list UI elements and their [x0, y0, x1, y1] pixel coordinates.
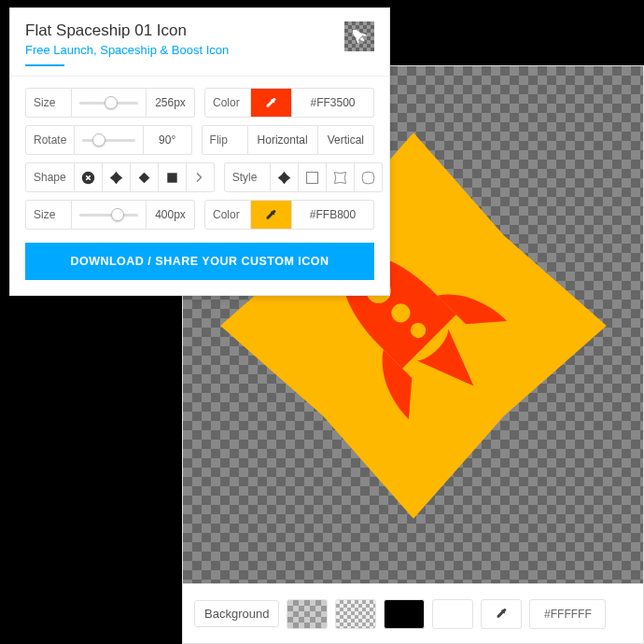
shape-size-value[interactable]: 400px	[147, 200, 195, 230]
icon-color-swatch[interactable]	[251, 88, 292, 118]
style-label: Style	[224, 162, 271, 192]
background-bar: Background	[183, 583, 643, 643]
shape-color-label: Color	[204, 200, 251, 230]
shape-option-square[interactable]	[159, 162, 187, 192]
rotate-label: Rotate	[25, 125, 75, 155]
panel-title: Flat Spaceship 01 Icon	[25, 21, 229, 40]
shape-option-star4[interactable]	[103, 162, 131, 192]
shape-option-diamond[interactable]	[131, 162, 159, 192]
rotate-value[interactable]: 90°	[144, 125, 192, 155]
divider	[10, 76, 389, 77]
size-label: Size	[25, 88, 72, 118]
shape-size-slider[interactable]	[79, 214, 138, 217]
size-value[interactable]: 256px	[147, 88, 195, 118]
style-option-convex[interactable]	[355, 162, 383, 192]
control-panel: Flat Spaceship 01 Icon Free Launch, Spac…	[9, 7, 390, 296]
shape-label: Shape	[25, 162, 75, 192]
panel-subtitle[interactable]: Free Launch, Spaceship & Boost Icon	[25, 43, 229, 57]
eyedropper-icon	[265, 209, 277, 221]
rotate-slider[interactable]	[82, 139, 134, 142]
background-label: Background	[194, 600, 279, 627]
bg-hex-input[interactable]	[529, 599, 606, 629]
bg-swatch-black[interactable]	[384, 599, 425, 629]
shape-option-chevron[interactable]	[187, 162, 215, 192]
bg-swatch-transparent-light[interactable]	[335, 599, 376, 629]
eyedropper-icon	[265, 97, 277, 109]
shape-color-hex[interactable]: #FFB800	[292, 200, 374, 230]
bg-color-picker[interactable]	[481, 599, 522, 629]
shape-color-swatch[interactable]	[251, 200, 292, 230]
flip-label: Flip	[202, 125, 248, 155]
icon-color-hex[interactable]: #FF3500	[292, 88, 374, 118]
style-option-filled[interactable]	[271, 162, 299, 192]
shape-option-circle-badge[interactable]	[75, 162, 103, 192]
bg-swatch-transparent-dark[interactable]	[287, 599, 328, 629]
flip-horizontal-button[interactable]: Horizontal	[248, 125, 318, 155]
title-underline	[25, 64, 64, 66]
download-button[interactable]: DOWNLOAD / SHARE YOUR CUSTOM ICON	[25, 243, 374, 280]
bg-swatch-white[interactable]	[432, 599, 473, 629]
svg-rect-4	[167, 173, 176, 182]
shape-size-label: Size	[25, 200, 72, 230]
color-label: Color	[204, 88, 251, 118]
style-option-outline[interactable]	[299, 162, 327, 192]
eyedropper-icon	[496, 608, 508, 620]
flip-vertical-button[interactable]: Vertical	[318, 125, 374, 155]
style-option-concave[interactable]	[327, 162, 355, 192]
size-slider[interactable]	[79, 102, 138, 105]
icon-thumbnail	[344, 21, 374, 51]
svg-rect-5	[306, 172, 317, 183]
